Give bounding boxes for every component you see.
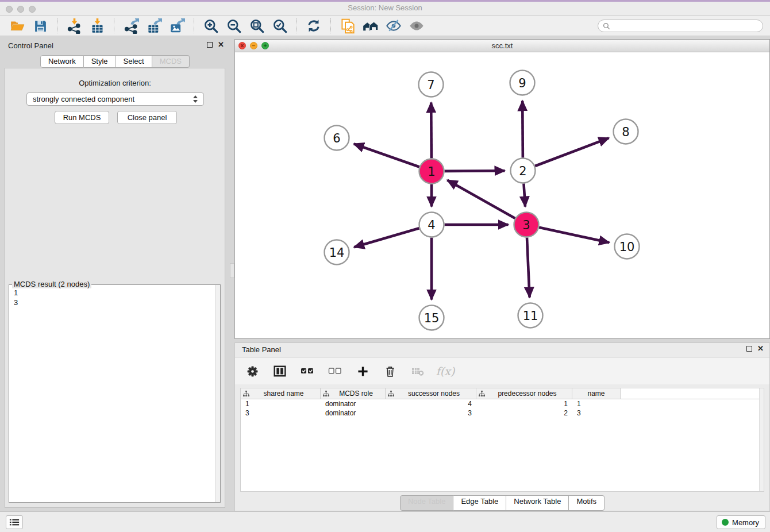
import-network-icon[interactable] [65, 17, 83, 34]
graph-node-11[interactable]: 11 [518, 303, 543, 328]
deselect-all-icon[interactable] [328, 364, 342, 378]
graph-node-10[interactable]: 10 [615, 234, 640, 259]
graph-node-8[interactable]: 8 [614, 119, 638, 144]
tab-style[interactable]: Style [84, 55, 116, 68]
table-scrollbar[interactable] [759, 388, 764, 491]
column-header-predecessor-nodes[interactable]: predecessor nodes [476, 388, 572, 399]
column-label: successor nodes [394, 390, 473, 398]
graph-edge-3-11[interactable] [527, 237, 530, 297]
graph-edge-2-3[interactable] [523, 183, 525, 206]
column-header-mcds-role[interactable]: MCDS role [321, 388, 386, 399]
eye-icon[interactable] [407, 17, 426, 34]
table-cell[interactable]: 3 [572, 409, 621, 417]
zoom-fit-icon[interactable] [248, 17, 266, 34]
svg-text:14: 14 [329, 246, 345, 260]
table-cell[interactable]: 2 [476, 409, 572, 417]
tab-mcds[interactable]: MCDS [152, 55, 190, 68]
column-header-successor-nodes[interactable]: successor nodes [386, 388, 476, 399]
network-canvas[interactable]: 1234678910111415 [235, 52, 769, 338]
table-cell[interactable]: 1 [241, 400, 321, 408]
export-network-icon[interactable] [122, 17, 140, 34]
column-header-shared-name[interactable]: shared name [241, 388, 321, 399]
panel-splitter[interactable] [230, 36, 234, 511]
zoom-selected-icon[interactable] [271, 17, 289, 34]
destroy-table-icon[interactable] [411, 364, 425, 378]
toolbar-separator [194, 18, 194, 33]
import-table-icon[interactable] [88, 17, 106, 34]
graph-edge-2-9[interactable] [522, 101, 523, 157]
graph-node-15[interactable]: 15 [419, 306, 444, 330]
mcds-result-box[interactable]: MCDS result (2 nodes) 13 [9, 284, 221, 503]
close-panel-button[interactable]: Close panel [117, 111, 177, 124]
maximize-network-icon[interactable]: + [261, 42, 269, 49]
table-cell[interactable]: dominator [321, 409, 386, 417]
table-cell[interactable]: 1 [572, 400, 621, 408]
open-session-icon[interactable] [8, 17, 26, 34]
toolbar-separator [297, 18, 297, 33]
graph-node-4[interactable]: 4 [419, 213, 444, 237]
graph-edge-3-1[interactable] [447, 180, 515, 218]
export-table-icon[interactable] [145, 17, 163, 34]
main-titlebar[interactable]: Session: New Session [0, 0, 770, 16]
network-window-titlebar[interactable]: × − + scc.txt [235, 40, 769, 52]
table-cell[interactable]: 3 [386, 409, 476, 417]
close-panel-icon[interactable]: ✕ [218, 42, 224, 48]
memory-label: Memory [732, 518, 759, 527]
minimize-network-icon[interactable]: − [250, 42, 257, 49]
table-cell[interactable]: 4 [386, 400, 476, 408]
graph-edge-4-14[interactable] [354, 228, 419, 247]
network-documents-icon[interactable] [338, 17, 357, 34]
tab-select[interactable]: Select [116, 55, 152, 68]
zoom-out-icon[interactable] [225, 17, 243, 34]
show-columns-icon[interactable] [273, 364, 287, 378]
table-cell[interactable]: 3 [241, 409, 321, 417]
tab-network[interactable]: Network [40, 55, 84, 68]
graph-node-14[interactable]: 14 [325, 240, 349, 265]
close-network-icon[interactable]: × [238, 42, 246, 49]
select-all-icon[interactable] [301, 364, 314, 378]
refresh-icon[interactable] [305, 17, 323, 34]
float-panel-icon[interactable] [207, 42, 213, 48]
graph-node-6[interactable]: 6 [325, 126, 349, 151]
close-table-panel-icon[interactable]: ✕ [757, 346, 764, 352]
homes-icon[interactable] [361, 17, 380, 34]
table-cell[interactable]: dominator [321, 400, 386, 408]
table-row-1: 1dominator411 [241, 399, 764, 408]
svg-text:15: 15 [424, 311, 440, 325]
svg-text:3: 3 [522, 218, 530, 232]
gear-icon[interactable] [245, 364, 259, 378]
table-panel: Table Panel ✕ [234, 342, 770, 511]
tab-node-table[interactable]: Node Table [400, 495, 454, 511]
splitter-handle[interactable] [230, 263, 234, 278]
network-title: scc.txt [235, 41, 769, 50]
tab-edge-table[interactable]: Edge Table [453, 495, 506, 511]
table-cell[interactable]: 1 [476, 400, 572, 408]
export-image-icon[interactable] [168, 17, 186, 34]
run-mcds-button[interactable]: Run MCDS [55, 111, 109, 124]
graph-edge-1-2[interactable] [444, 171, 505, 171]
tab-network-table[interactable]: Network Table [506, 495, 569, 511]
tab-motifs[interactable]: Motifs [569, 495, 605, 511]
graph-node-2[interactable]: 2 [511, 159, 536, 183]
graph-edge-1-7[interactable] [431, 102, 432, 158]
add-row-icon[interactable] [356, 364, 369, 378]
graph-node-1[interactable]: 1 [419, 159, 444, 184]
result-scrollbar[interactable] [215, 285, 220, 502]
zoom-in-icon[interactable] [202, 17, 220, 34]
graph-edge-3-10[interactable] [539, 228, 609, 243]
save-session-icon[interactable] [31, 17, 49, 34]
task-history-button[interactable] [6, 515, 23, 529]
graph-node-7[interactable]: 7 [419, 72, 444, 97]
graph-node-9[interactable]: 9 [510, 71, 535, 95]
delete-row-icon[interactable] [383, 364, 397, 378]
function-builder-icon[interactable]: f(x) [438, 364, 452, 378]
graph-edge-1-6[interactable] [354, 144, 419, 167]
graph-node-3[interactable]: 3 [514, 213, 539, 237]
eye-slash-icon[interactable] [384, 17, 403, 34]
search-input[interactable] [613, 21, 763, 31]
column-header-name[interactable]: name [572, 388, 621, 399]
criterion-dropdown[interactable]: strongly connected component [26, 92, 204, 106]
memory-button[interactable]: Memory [717, 515, 765, 529]
graph-edge-2-8[interactable] [535, 138, 609, 166]
float-table-panel-icon[interactable] [746, 346, 752, 352]
